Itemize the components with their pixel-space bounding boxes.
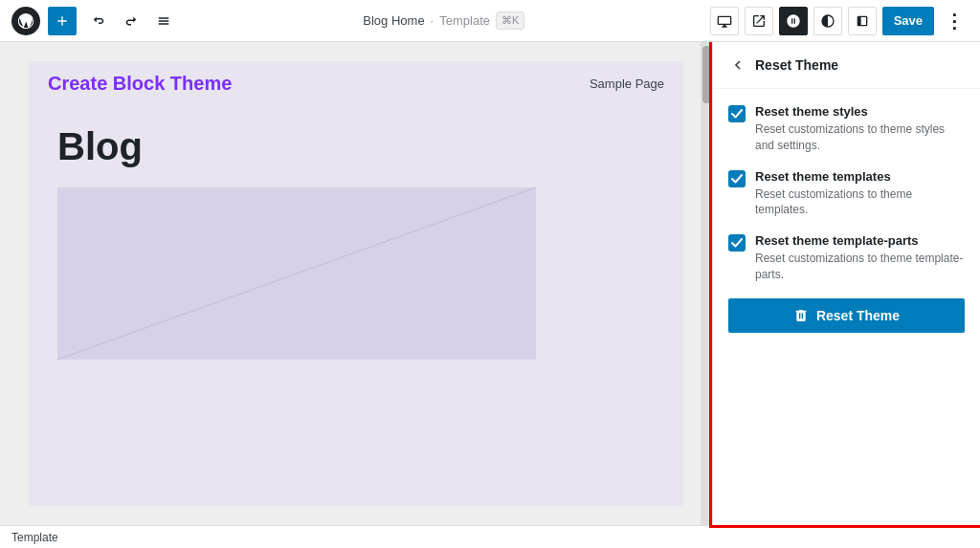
check-icon: [731, 108, 743, 120]
view-desktop-button[interactable]: [710, 7, 739, 35]
external-link-button[interactable]: [745, 7, 773, 35]
sidebar-toggle-button[interactable]: [848, 7, 877, 35]
styles-icon: [786, 13, 801, 29]
option-reset-template-parts-text: Reset theme template-parts Reset customi…: [755, 233, 965, 283]
dark-mode-button[interactable]: [813, 7, 842, 35]
option-reset-styles-label: Reset theme styles: [755, 104, 965, 119]
option-reset-templates: Reset theme templates Reset customizatio…: [728, 169, 965, 219]
toolbar-right: Save ⋮: [710, 7, 969, 35]
scrollbar-thumb[interactable]: [702, 46, 710, 103]
breadcrumb-separator: ·: [431, 13, 434, 28]
reset-theme-panel: Reset Theme Reset theme styles Reset cus…: [712, 42, 980, 525]
styles-button[interactable]: [779, 7, 808, 35]
undo-redo-nav: [84, 7, 178, 35]
plugin-title: Create Block Theme: [48, 73, 232, 95]
save-button[interactable]: Save: [882, 7, 934, 35]
top-bar: Blog Home · Template ⌘K: [0, 0, 980, 42]
trash-icon: [793, 308, 809, 323]
option-reset-template-parts-label: Reset theme template-parts: [755, 233, 965, 248]
featured-image-placeholder: [57, 187, 536, 360]
canvas-wrapper: Create Block Theme Sample Page Blog: [0, 42, 712, 525]
external-link-icon: [751, 13, 767, 29]
status-text: Template: [11, 531, 58, 544]
circle-half-icon: [820, 13, 835, 29]
option-reset-templates-label: Reset theme templates: [755, 169, 965, 184]
reset-theme-button-label: Reset Theme: [816, 308, 900, 323]
redo-icon: [122, 12, 140, 30]
check-icon-3: [731, 237, 743, 249]
breadcrumb-sub: Template: [439, 13, 490, 28]
option-reset-template-parts-desc: Reset customizations to theme template-p…: [755, 251, 965, 283]
breadcrumb-main: Blog Home: [363, 13, 424, 28]
reset-theme-button[interactable]: Reset Theme: [728, 298, 965, 333]
option-reset-template-parts: Reset theme template-parts Reset customi…: [728, 233, 965, 283]
redo-button[interactable]: [117, 7, 145, 35]
check-icon-2: [731, 173, 743, 185]
undo-icon: [90, 12, 107, 30]
checkbox-reset-template-parts[interactable]: [728, 234, 746, 252]
checkbox-reset-styles[interactable]: [728, 105, 746, 122]
blog-heading: Blog: [29, 106, 683, 187]
sidebar-icon: [855, 13, 870, 29]
list-view-icon: [155, 12, 172, 30]
undo-button[interactable]: [84, 7, 113, 35]
status-bar: Template: [0, 525, 980, 548]
checkbox-reset-templates[interactable]: [728, 170, 746, 187]
sample-page-label: Sample Page: [590, 77, 664, 91]
plus-icon: [55, 13, 70, 29]
panel-body: Reset theme styles Reset customizations …: [713, 89, 980, 525]
canvas-scrollbar[interactable]: [701, 42, 712, 525]
panel-back-button[interactable]: [728, 55, 747, 75]
plugin-title-bar: Create Block Theme Sample Page: [29, 61, 683, 106]
more-options-button[interactable]: ⋮: [940, 7, 969, 35]
panel-header: Reset Theme: [713, 42, 980, 89]
breadcrumb: Blog Home · Template ⌘K: [186, 11, 702, 30]
option-reset-styles-desc: Reset customizations to theme styles and…: [755, 121, 965, 154]
option-reset-templates-desc: Reset customizations to theme templates.: [755, 186, 965, 219]
add-block-button[interactable]: [48, 7, 77, 35]
panel-title: Reset Theme: [755, 57, 838, 73]
checkbox-reset-styles-wrap: [728, 105, 746, 122]
option-reset-styles-text: Reset theme styles Reset customizations …: [755, 104, 965, 154]
option-reset-templates-text: Reset theme templates Reset customizatio…: [755, 169, 965, 219]
list-view-button[interactable]: [149, 7, 178, 35]
checkbox-reset-template-parts-wrap: [728, 234, 746, 252]
checkbox-reset-templates-wrap: [728, 170, 746, 187]
wp-logo: [11, 7, 40, 35]
chevron-left-icon: [730, 57, 746, 73]
wordpress-icon: [17, 12, 34, 30]
canvas-inner: Create Block Theme Sample Page Blog: [29, 61, 683, 506]
keyboard-shortcut: ⌘K: [496, 11, 524, 30]
option-reset-styles: Reset theme styles Reset customizations …: [728, 104, 965, 154]
editor-area: Create Block Theme Sample Page Blog Rese…: [0, 42, 980, 525]
desktop-icon: [717, 13, 732, 29]
